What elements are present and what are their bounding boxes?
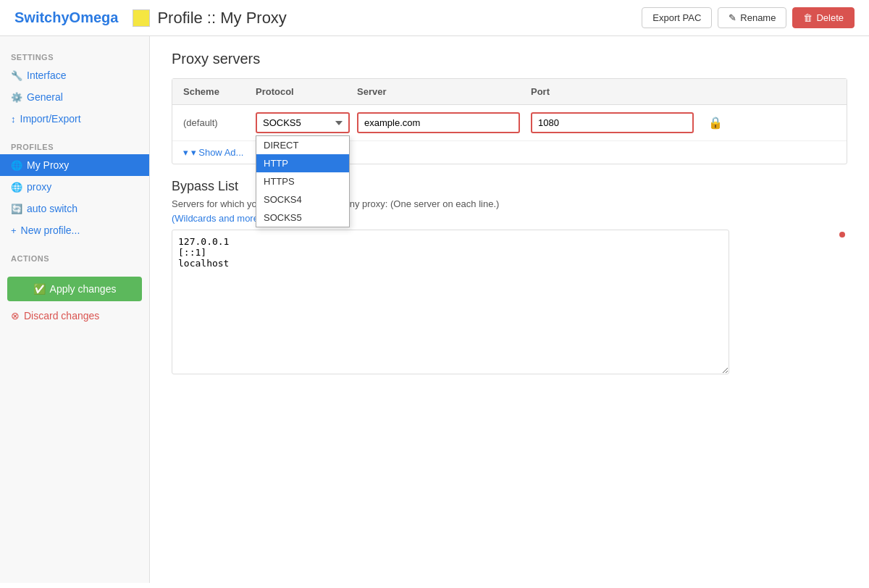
protocol-select[interactable]: SOCKS5 (256, 112, 350, 133)
col-header-server: Server (353, 85, 527, 98)
header-actions: Export PAC ✎ Rename 🗑 Delete (642, 7, 855, 28)
sidebar-item-proxy[interactable]: 🌐 proxy (0, 176, 149, 198)
col-header-extra (701, 85, 730, 98)
col-header-port: Port (527, 85, 701, 98)
rename-button[interactable]: ✎ Rename (718, 7, 786, 28)
checkmark-icon: ✅ (33, 283, 46, 295)
port-cell (527, 111, 701, 135)
sidebar-item-new-profile[interactable]: + New profile... (0, 219, 149, 241)
bypass-indicator-dot (839, 232, 845, 238)
profiles-section-label: PROFILES (0, 137, 149, 154)
apply-changes-button[interactable]: ✅ Apply changes (7, 277, 142, 301)
bypass-textarea-wrapper: 127.0.0.1 [::1] localhost (172, 230, 847, 377)
discard-icon: ⊗ (11, 310, 20, 322)
sidebar: SETTINGS 🔧 Interface ⚙️ General ↕ Import… (0, 36, 150, 583)
proxy-table-row: (default) SOCKS5 DIRECT HTTP HTTPS SOCKS… (172, 105, 847, 140)
sidebar-item-auto-switch[interactable]: 🔄 auto switch (0, 198, 149, 219)
app-logo[interactable]: SwitchyOmega (14, 9, 118, 26)
profile-color-icon (133, 9, 150, 27)
col-header-scheme: Scheme (180, 85, 252, 98)
actions-section-label: ACTIONS (0, 248, 149, 266)
server-cell (353, 111, 527, 135)
proxy-servers-title: Proxy servers (172, 51, 847, 67)
dropdown-option-http[interactable]: HTTP (256, 154, 349, 172)
protocol-dropdown-menu: DIRECT HTTP HTTPS SOCKS4 SOCKS5 (256, 135, 350, 227)
globe-icon-proxy: 🌐 (11, 182, 22, 193)
gear-icon: ⚙️ (11, 92, 22, 103)
dropdown-option-https[interactable]: HTTPS (256, 172, 349, 190)
sidebar-item-my-proxy[interactable]: 🌐 My Proxy (0, 154, 149, 176)
port-input[interactable] (531, 112, 694, 133)
delete-button[interactable]: 🗑 Delete (792, 7, 855, 28)
server-input[interactable] (357, 112, 520, 133)
dropdown-option-direct[interactable]: DIRECT (256, 136, 349, 154)
plus-icon: + (11, 225, 17, 236)
scheme-value: (default) (180, 116, 252, 130)
wrench-icon: 🔧 (11, 70, 22, 81)
settings-section-label: SETTINGS (0, 47, 149, 64)
protocol-cell: SOCKS5 DIRECT HTTP HTTPS SOCKS4 SOCKS5 (252, 111, 353, 135)
page-title: Profile :: My Proxy (157, 9, 286, 28)
export-pac-button[interactable]: Export PAC (642, 7, 712, 28)
lock-icon: 🔒 (708, 116, 723, 130)
main-content: Proxy servers Scheme Protocol Server Por… (150, 36, 869, 583)
dropdown-option-socks5[interactable]: SOCKS5 (256, 209, 349, 227)
header-title-area: Profile :: My Proxy (133, 9, 642, 28)
sidebar-item-import-export[interactable]: ↕ Import/Export (0, 108, 149, 130)
trash-icon: 🗑 (803, 12, 813, 23)
lock-cell[interactable]: 🔒 (701, 116, 730, 130)
edit-icon: ✎ (729, 12, 736, 23)
dropdown-option-socks4[interactable]: SOCKS4 (256, 190, 349, 209)
globe-icon-myproxy: 🌐 (11, 160, 22, 171)
proxy-table-header: Scheme Protocol Server Port (172, 79, 847, 105)
import-export-icon: ↕ (11, 114, 16, 125)
chevron-down-icon: ▾ (183, 147, 188, 158)
sidebar-item-interface[interactable]: 🔧 Interface (0, 64, 149, 86)
bypass-textarea[interactable]: 127.0.0.1 [::1] localhost (172, 230, 729, 374)
app-header: SwitchyOmega Profile :: My Proxy Export … (0, 0, 869, 36)
main-layout: SETTINGS 🔧 Interface ⚙️ General ↕ Import… (0, 36, 869, 583)
discard-changes-button[interactable]: ⊗ Discard changes (7, 307, 103, 324)
col-header-protocol: Protocol (252, 85, 353, 98)
proxy-table: Scheme Protocol Server Port (default) SO… (172, 78, 847, 164)
sidebar-item-general[interactable]: ⚙️ General (0, 86, 149, 108)
actions-section: ✅ Apply changes ⊗ Discard changes (0, 277, 149, 324)
switch-icon: 🔄 (11, 203, 22, 214)
